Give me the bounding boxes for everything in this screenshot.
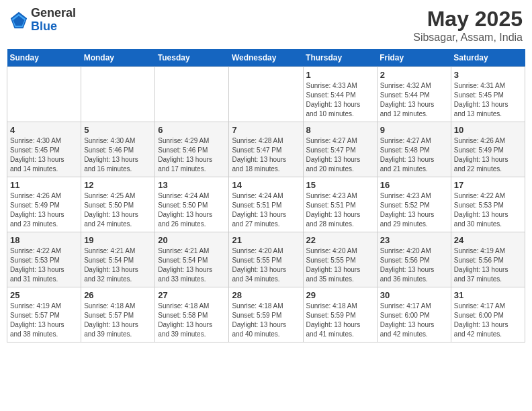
day-header-sunday: Sunday xyxy=(7,49,81,67)
day-info: Sunrise: 4:27 AM Sunset: 5:47 PM Dayligh… xyxy=(306,136,374,174)
calendar-cell: 23Sunrise: 4:20 AM Sunset: 5:56 PM Dayli… xyxy=(377,232,451,287)
calendar-cell: 17Sunrise: 4:22 AM Sunset: 5:53 PM Dayli… xyxy=(451,177,525,232)
day-number: 5 xyxy=(84,125,152,135)
calendar-cell: 15Sunrise: 4:23 AM Sunset: 5:51 PM Dayli… xyxy=(303,177,377,232)
calendar-cell: 18Sunrise: 4:22 AM Sunset: 5:53 PM Dayli… xyxy=(7,232,81,287)
calendar-cell: 31Sunrise: 4:17 AM Sunset: 6:00 PM Dayli… xyxy=(451,287,525,342)
calendar-cell: 16Sunrise: 4:23 AM Sunset: 5:52 PM Dayli… xyxy=(377,177,451,232)
week-row-3: 11Sunrise: 4:26 AM Sunset: 5:49 PM Dayli… xyxy=(7,177,525,232)
day-number: 23 xyxy=(380,235,448,245)
calendar-cell: 10Sunrise: 4:26 AM Sunset: 5:49 PM Dayli… xyxy=(451,122,525,177)
day-number: 11 xyxy=(10,180,78,190)
main-title: May 2025 xyxy=(413,7,523,32)
day-number: 25 xyxy=(10,290,78,300)
logo-blue-text: Blue xyxy=(31,19,57,33)
calendar-cell xyxy=(229,67,303,122)
day-info: Sunrise: 4:32 AM Sunset: 5:44 PM Dayligh… xyxy=(380,81,448,119)
day-info: Sunrise: 4:22 AM Sunset: 5:53 PM Dayligh… xyxy=(454,191,522,229)
day-info: Sunrise: 4:23 AM Sunset: 5:51 PM Dayligh… xyxy=(306,191,374,229)
day-info: Sunrise: 4:29 AM Sunset: 5:46 PM Dayligh… xyxy=(158,136,226,174)
day-info: Sunrise: 4:31 AM Sunset: 5:45 PM Dayligh… xyxy=(454,81,522,119)
day-header-thursday: Thursday xyxy=(303,49,377,67)
page-header: General Blue May 2025 Sibsagar, Assam, I… xyxy=(7,7,525,44)
day-number: 27 xyxy=(158,290,226,300)
calendar-cell: 8Sunrise: 4:27 AM Sunset: 5:47 PM Daylig… xyxy=(303,122,377,177)
calendar-cell: 3Sunrise: 4:31 AM Sunset: 5:45 PM Daylig… xyxy=(451,67,525,122)
calendar-cell xyxy=(155,67,229,122)
day-info: Sunrise: 4:20 AM Sunset: 5:55 PM Dayligh… xyxy=(306,246,374,284)
calendar-cell: 13Sunrise: 4:24 AM Sunset: 5:50 PM Dayli… xyxy=(155,177,229,232)
calendar-cell: 19Sunrise: 4:21 AM Sunset: 5:54 PM Dayli… xyxy=(81,232,155,287)
day-info: Sunrise: 4:19 AM Sunset: 5:57 PM Dayligh… xyxy=(10,302,78,339)
calendar-cell: 29Sunrise: 4:18 AM Sunset: 5:59 PM Dayli… xyxy=(303,287,377,342)
day-number: 28 xyxy=(232,290,300,300)
day-number: 10 xyxy=(454,125,522,135)
day-header-monday: Monday xyxy=(81,49,155,67)
calendar-cell xyxy=(81,67,155,122)
calendar-cell: 26Sunrise: 4:18 AM Sunset: 5:57 PM Dayli… xyxy=(81,287,155,342)
day-info: Sunrise: 4:28 AM Sunset: 5:47 PM Dayligh… xyxy=(232,136,300,174)
calendar-cell: 20Sunrise: 4:21 AM Sunset: 5:54 PM Dayli… xyxy=(155,232,229,287)
calendar-cell: 11Sunrise: 4:26 AM Sunset: 5:49 PM Dayli… xyxy=(7,177,81,232)
day-number: 26 xyxy=(84,290,152,300)
day-info: Sunrise: 4:21 AM Sunset: 5:54 PM Dayligh… xyxy=(84,246,152,284)
calendar-cell: 24Sunrise: 4:19 AM Sunset: 5:56 PM Dayli… xyxy=(451,232,525,287)
day-info: Sunrise: 4:30 AM Sunset: 5:45 PM Dayligh… xyxy=(10,136,78,174)
day-info: Sunrise: 4:18 AM Sunset: 5:58 PM Dayligh… xyxy=(158,302,226,339)
day-info: Sunrise: 4:18 AM Sunset: 5:59 PM Dayligh… xyxy=(306,302,374,339)
calendar-table: SundayMondayTuesdayWednesdayThursdayFrid… xyxy=(7,49,525,342)
calendar-cell: 9Sunrise: 4:27 AM Sunset: 5:48 PM Daylig… xyxy=(377,122,451,177)
day-info: Sunrise: 4:20 AM Sunset: 5:55 PM Dayligh… xyxy=(232,246,300,284)
calendar-cell: 6Sunrise: 4:29 AM Sunset: 5:46 PM Daylig… xyxy=(155,122,229,177)
title-block: May 2025 Sibsagar, Assam, India xyxy=(413,7,523,44)
day-info: Sunrise: 4:18 AM Sunset: 5:57 PM Dayligh… xyxy=(84,302,152,339)
calendar-cell: 5Sunrise: 4:30 AM Sunset: 5:46 PM Daylig… xyxy=(81,122,155,177)
week-row-4: 18Sunrise: 4:22 AM Sunset: 5:53 PM Dayli… xyxy=(7,232,525,287)
day-header-saturday: Saturday xyxy=(451,49,525,67)
day-info: Sunrise: 4:22 AM Sunset: 5:53 PM Dayligh… xyxy=(10,246,78,284)
day-number: 8 xyxy=(306,125,374,135)
calendar-cell: 30Sunrise: 4:17 AM Sunset: 6:00 PM Dayli… xyxy=(377,287,451,342)
day-info: Sunrise: 4:17 AM Sunset: 6:00 PM Dayligh… xyxy=(380,302,448,339)
day-number: 9 xyxy=(380,125,448,135)
day-number: 24 xyxy=(454,235,522,245)
calendar-cell: 21Sunrise: 4:20 AM Sunset: 5:55 PM Dayli… xyxy=(229,232,303,287)
calendar-cell: 12Sunrise: 4:25 AM Sunset: 5:50 PM Dayli… xyxy=(81,177,155,232)
day-number: 2 xyxy=(380,70,448,80)
day-header-wednesday: Wednesday xyxy=(229,49,303,67)
day-number: 15 xyxy=(306,180,374,190)
day-number: 22 xyxy=(306,235,374,245)
day-info: Sunrise: 4:26 AM Sunset: 5:49 PM Dayligh… xyxy=(454,136,522,174)
calendar-cell: 22Sunrise: 4:20 AM Sunset: 5:55 PM Dayli… xyxy=(303,232,377,287)
calendar-cell: 4Sunrise: 4:30 AM Sunset: 5:45 PM Daylig… xyxy=(7,122,81,177)
day-info: Sunrise: 4:24 AM Sunset: 5:50 PM Dayligh… xyxy=(158,191,226,229)
day-number: 6 xyxy=(158,125,226,135)
day-header-tuesday: Tuesday xyxy=(155,49,229,67)
day-number: 31 xyxy=(454,290,522,300)
day-number: 3 xyxy=(454,70,522,80)
day-number: 18 xyxy=(10,235,78,245)
calendar-cell: 14Sunrise: 4:24 AM Sunset: 5:51 PM Dayli… xyxy=(229,177,303,232)
sub-title: Sibsagar, Assam, India xyxy=(413,32,523,44)
day-info: Sunrise: 4:33 AM Sunset: 5:44 PM Dayligh… xyxy=(306,81,374,119)
calendar-cell: 27Sunrise: 4:18 AM Sunset: 5:58 PM Dayli… xyxy=(155,287,229,342)
day-info: Sunrise: 4:21 AM Sunset: 5:54 PM Dayligh… xyxy=(158,246,226,284)
day-number: 29 xyxy=(306,290,374,300)
calendar-cell: 25Sunrise: 4:19 AM Sunset: 5:57 PM Dayli… xyxy=(7,287,81,342)
day-info: Sunrise: 4:19 AM Sunset: 5:56 PM Dayligh… xyxy=(454,246,522,284)
day-info: Sunrise: 4:26 AM Sunset: 5:49 PM Dayligh… xyxy=(10,191,78,229)
day-info: Sunrise: 4:27 AM Sunset: 5:48 PM Dayligh… xyxy=(380,136,448,174)
day-number: 4 xyxy=(10,125,78,135)
day-number: 17 xyxy=(454,180,522,190)
day-info: Sunrise: 4:18 AM Sunset: 5:59 PM Dayligh… xyxy=(232,302,300,339)
logo: General Blue xyxy=(9,7,76,34)
day-info: Sunrise: 4:17 AM Sunset: 6:00 PM Dayligh… xyxy=(454,302,522,339)
calendar-cell: 28Sunrise: 4:18 AM Sunset: 5:59 PM Dayli… xyxy=(229,287,303,342)
week-row-5: 25Sunrise: 4:19 AM Sunset: 5:57 PM Dayli… xyxy=(7,287,525,342)
day-number: 30 xyxy=(380,290,448,300)
calendar-cell: 1Sunrise: 4:33 AM Sunset: 5:44 PM Daylig… xyxy=(303,67,377,122)
logo-general-text: General xyxy=(31,6,76,19)
day-header-friday: Friday xyxy=(377,49,451,67)
day-number: 7 xyxy=(232,125,300,135)
day-info: Sunrise: 4:24 AM Sunset: 5:51 PM Dayligh… xyxy=(232,191,300,229)
